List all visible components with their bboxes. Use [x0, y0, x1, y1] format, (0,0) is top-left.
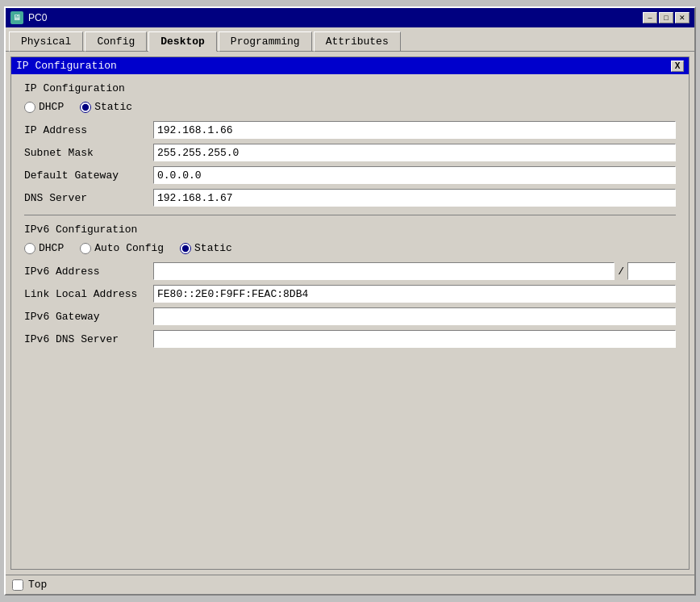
- section-divider: [24, 215, 676, 215]
- ip-static-label: Static: [94, 101, 132, 113]
- ip-section-title: IP Configuration: [24, 82, 676, 94]
- ipv6-auto-option[interactable]: Auto Config: [80, 242, 164, 254]
- bottom-bar: Top: [6, 575, 694, 594]
- ip-static-option[interactable]: Static: [80, 101, 132, 113]
- ip-address-input[interactable]: [153, 121, 676, 139]
- ipv6-auto-radio[interactable]: [80, 243, 91, 254]
- title-buttons: – □ ✕: [643, 12, 690, 23]
- ip-configuration-panel: IP Configuration X IP Configuration DHCP…: [10, 56, 690, 570]
- subnet-mask-label: Subnet Mask: [24, 147, 153, 159]
- ipv6-address-row: IPv6 Address /: [24, 262, 676, 280]
- app-icon: 🖥: [10, 11, 23, 24]
- close-button[interactable]: ✕: [675, 12, 690, 23]
- ipv6-dns-row: IPv6 DNS Server: [24, 330, 676, 348]
- tab-config[interactable]: Config: [85, 31, 147, 52]
- ip-address-row: IP Address: [24, 121, 676, 139]
- ipv6-static-label: Static: [194, 242, 232, 254]
- minimize-button[interactable]: –: [643, 12, 657, 23]
- ipv6-static-option[interactable]: Static: [180, 242, 232, 254]
- window-title: PC0: [28, 12, 47, 23]
- default-gateway-row: Default Gateway: [24, 166, 676, 184]
- title-bar-left: 🖥 PC0: [10, 11, 47, 24]
- ipv6-dns-label: IPv6 DNS Server: [24, 333, 153, 345]
- ipv6-address-input[interactable]: [153, 262, 615, 280]
- ipv6-dhcp-option[interactable]: DHCP: [24, 242, 64, 254]
- link-local-input[interactable]: [153, 285, 676, 303]
- panel-title-bar: IP Configuration X: [11, 57, 689, 74]
- main-window: 🖥 PC0 – □ ✕ Physical Config Desktop Prog…: [4, 6, 696, 596]
- ipv6-prefix-input[interactable]: [627, 262, 676, 280]
- ip-dhcp-radio[interactable]: [24, 102, 35, 113]
- top-label: Top: [28, 579, 47, 591]
- ip-dhcp-label: DHCP: [39, 101, 64, 113]
- panel-title: IP Configuration: [16, 60, 117, 72]
- ipv6-gateway-input[interactable]: [153, 307, 676, 325]
- ipv6-slash: /: [615, 265, 627, 278]
- top-checkbox[interactable]: [12, 579, 23, 591]
- subnet-mask-input[interactable]: [153, 144, 676, 161]
- link-local-label: Link Local Address: [24, 288, 153, 300]
- default-gateway-label: Default Gateway: [24, 169, 153, 182]
- ipv6-section-title: IPv6 Configuration: [24, 224, 676, 236]
- ip-mode-row: DHCP Static: [24, 101, 676, 113]
- ipv6-auto-label: Auto Config: [94, 242, 164, 254]
- maximize-button[interactable]: □: [659, 12, 673, 23]
- ipv6-gateway-row: IPv6 Gateway: [24, 307, 676, 325]
- default-gateway-input[interactable]: [153, 166, 676, 184]
- dns-server-row: DNS Server: [24, 189, 676, 207]
- ipv6-dhcp-label: DHCP: [39, 242, 64, 254]
- ip-address-label: IP Address: [24, 124, 153, 136]
- dns-server-input[interactable]: [153, 189, 676, 207]
- ipv6-dhcp-radio[interactable]: [24, 243, 35, 254]
- ipv6-gateway-label: IPv6 Gateway: [24, 311, 153, 323]
- ip-dhcp-option[interactable]: DHCP: [24, 101, 64, 113]
- tab-bar: Physical Config Desktop Programming Attr…: [6, 27, 694, 52]
- ip-static-radio[interactable]: [80, 102, 91, 113]
- tab-desktop[interactable]: Desktop: [148, 31, 217, 52]
- title-bar: 🖥 PC0 – □ ✕: [6, 8, 694, 27]
- subnet-mask-row: Subnet Mask: [24, 144, 676, 161]
- ipv6-dns-input[interactable]: [153, 330, 676, 348]
- main-content: IP Configuration X IP Configuration DHCP…: [6, 52, 694, 575]
- dns-server-label: DNS Server: [24, 192, 153, 204]
- tab-programming[interactable]: Programming: [219, 31, 312, 52]
- link-local-row: Link Local Address: [24, 285, 676, 303]
- ipv6-static-radio[interactable]: [180, 243, 191, 254]
- panel-close-button[interactable]: X: [671, 61, 684, 72]
- panel-body: IP Configuration DHCP Static IP Address: [11, 74, 689, 569]
- ipv6-address-label: IPv6 Address: [24, 265, 153, 278]
- tab-physical[interactable]: Physical: [9, 31, 83, 52]
- tab-attributes[interactable]: Attributes: [314, 31, 401, 52]
- ipv6-mode-row: DHCP Auto Config Static: [24, 242, 676, 254]
